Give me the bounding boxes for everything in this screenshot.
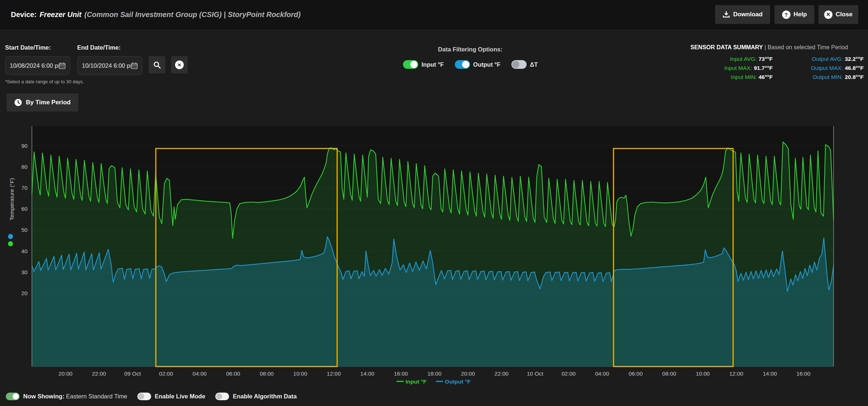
- filter-toggle-t: ΔT: [511, 60, 538, 69]
- legend-label-input-f[interactable]: Input °F: [406, 378, 427, 385]
- x-tick-label: 20:00: [58, 371, 72, 377]
- toggle-switch-enable-live-mode[interactable]: [137, 393, 151, 400]
- y-tick-label: 40: [21, 248, 28, 254]
- temperature-chart[interactable]: 203040506070809020:0022:0009 Oct02:0004:…: [0, 120, 868, 395]
- start-date-label: Start Date/Time:: [5, 44, 51, 51]
- y-tick-label: 80: [21, 164, 28, 170]
- footer-toggle-now-showing: Now Showing: Eastern Standard Time: [6, 393, 127, 400]
- toggle-knob: [13, 393, 19, 399]
- x-tick-label: 02:00: [159, 371, 173, 377]
- stat-label: Output MAX:: [811, 65, 843, 71]
- x-tick-label: 09 Oct: [124, 371, 141, 377]
- footer-toggle-group: Now Showing: Eastern Standard TimeEnable…: [6, 393, 297, 400]
- stat-value: 20.8°°F: [845, 74, 864, 80]
- help-label: Help: [794, 11, 807, 18]
- x-tick-label: 06:00: [629, 371, 643, 377]
- download-button[interactable]: Download: [715, 5, 770, 24]
- summary-stat-input-max: Input MAX:91.7°°F: [724, 65, 773, 71]
- header-bar: Device: Freezer Unit (Common Sail Invest…: [0, 0, 868, 29]
- y-tick-label: 30: [21, 269, 28, 275]
- filter-toggle-output-f: Output °F: [455, 60, 501, 69]
- summary-stats-grid: Input AVG:73°°FOutput AVG:32.2°°FInput M…: [690, 56, 864, 80]
- y-tick-label: 60: [21, 206, 28, 212]
- stat-value: 73°°F: [759, 56, 773, 62]
- x-tick-label: 22:00: [494, 371, 508, 377]
- summary-subtitle: Based on selected Time Period: [768, 44, 848, 50]
- stat-value: 32.2°°F: [845, 56, 864, 62]
- start-date-field[interactable]: [5, 56, 70, 75]
- device-sensor-dashboard: Device: Freezer Unit (Common Sail Invest…: [0, 0, 868, 406]
- end-date-label: End Date/Time:: [77, 44, 121, 51]
- help-icon: ?: [782, 11, 790, 19]
- stat-label: Output AVG:: [812, 56, 843, 62]
- summary-stat-output-min: Output MIN:20.8°°F: [813, 74, 864, 80]
- x-tick-label: 14:00: [360, 371, 374, 377]
- stat-label: Input AVG:: [730, 56, 757, 62]
- search-icon: [153, 61, 161, 69]
- x-tick-label: 16:00: [796, 371, 810, 377]
- footer-toggle-enable-algorithm-data: Enable Algorithm Data: [215, 393, 296, 400]
- y-axis-title: Temperature (°F): [9, 178, 15, 220]
- stat-label: Input MIN:: [731, 74, 757, 80]
- close-icon: ✕: [824, 11, 832, 19]
- close-button[interactable]: ✕ Close: [818, 5, 858, 24]
- end-date-field[interactable]: [77, 56, 142, 75]
- toggle-switch-now-showing[interactable]: [6, 393, 20, 400]
- toggle-knob: [512, 61, 519, 68]
- calendar-icon[interactable]: [131, 62, 138, 69]
- y-tick-label: 90: [21, 143, 28, 149]
- data-filtering-title: Data Filtering Options:: [429, 46, 511, 53]
- x-tick-label: 04:00: [595, 371, 609, 377]
- x-tick-label: 10 Oct: [527, 371, 543, 377]
- stat-value: 46°°F: [759, 74, 773, 80]
- y-tick-label: 20: [21, 290, 28, 296]
- end-date-input[interactable]: [82, 62, 131, 69]
- toggle-switch-enable-algorithm-data[interactable]: [215, 393, 229, 400]
- x-tick-label: 12:00: [729, 371, 743, 377]
- summary-stat-input-min: Input MIN:46°°F: [731, 74, 773, 80]
- legend-label-output-f[interactable]: Output °F: [445, 378, 471, 385]
- x-tick-label: 02:00: [561, 371, 576, 377]
- clear-icon: ✕: [175, 60, 184, 69]
- toggle-knob: [462, 61, 469, 68]
- search-button[interactable]: [149, 56, 165, 74]
- toggle-label: ΔT: [530, 61, 538, 68]
- toggle-switch-t[interactable]: [511, 60, 527, 69]
- summary-header: SENSOR DATA SUMMARY | Based on selected …: [690, 44, 864, 51]
- footer-toggle-enable-live-mode: Enable Live Mode: [137, 393, 205, 400]
- x-tick-label: 08:00: [662, 371, 676, 377]
- toggle-label: Input °F: [421, 61, 444, 68]
- help-button[interactable]: ? Help: [774, 5, 814, 24]
- download-icon: [723, 11, 730, 18]
- calendar-icon[interactable]: [59, 62, 66, 69]
- toggle-switch-output-f[interactable]: [455, 60, 470, 69]
- x-tick-label: 14:00: [763, 371, 777, 377]
- start-date-input[interactable]: [10, 62, 59, 69]
- x-tick-label: 22:00: [92, 371, 106, 377]
- filter-toggle-input-f: Input °F: [403, 60, 444, 69]
- page-title: Device: Freezer Unit (Common Sail Invest…: [11, 0, 301, 29]
- x-tick-label: 10:00: [696, 371, 710, 377]
- x-tick-label: 04:00: [192, 371, 207, 377]
- device-name: Freezer Unit: [40, 11, 82, 19]
- x-tick-label: 06:00: [226, 371, 240, 377]
- toggle-knob: [216, 393, 222, 399]
- by-time-period-button[interactable]: By Time Period: [7, 93, 78, 112]
- stat-label: Input MAX:: [724, 65, 752, 71]
- clock-icon: [14, 99, 22, 106]
- y-tick-label: 50: [21, 227, 28, 233]
- device-context: (Common Sail Investment Group (CSIG) | S…: [84, 11, 301, 19]
- x-tick-label: 10:00: [293, 371, 307, 377]
- toggle-label: Enable Algorithm Data: [233, 393, 296, 400]
- input-axis-dot-icon: [8, 241, 13, 246]
- by-time-period-label: By Time Period: [26, 99, 70, 106]
- toggle-switch-input-f[interactable]: [403, 60, 418, 69]
- y-tick-label: 70: [21, 185, 28, 191]
- x-tick-label: 08:00: [259, 371, 274, 377]
- clear-button[interactable]: ✕: [171, 56, 188, 74]
- close-label: Close: [836, 11, 852, 18]
- device-label: Device:: [11, 11, 37, 19]
- x-tick-label: 12:00: [327, 371, 341, 377]
- summary-title: SENSOR DATA SUMMARY: [690, 44, 763, 50]
- filter-toggle-group: Input °FOutput °FΔT: [403, 60, 538, 69]
